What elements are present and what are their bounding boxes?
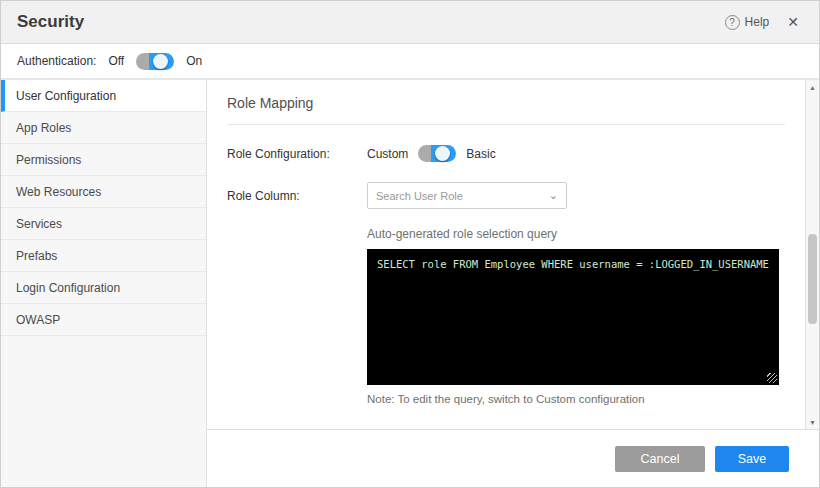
sidebar-item-permissions[interactable]: Permissions bbox=[1, 144, 206, 176]
authentication-label: Authentication: bbox=[17, 54, 96, 68]
chevron-down-icon: ⌄ bbox=[549, 189, 558, 202]
query-block: Auto-generated role selection query SELE… bbox=[367, 227, 779, 405]
content-area: Role Mapping Role Configuration: Custom … bbox=[207, 80, 819, 487]
authentication-toggle[interactable] bbox=[136, 53, 174, 70]
role-column-placeholder: Search User Role bbox=[376, 190, 549, 202]
sidebar-item-user-configuration[interactable]: User Configuration bbox=[1, 80, 206, 112]
role-config-custom-label: Custom bbox=[367, 147, 408, 161]
authentication-off-label: Off bbox=[108, 54, 124, 68]
security-dialog: Security ? Help ✕ Authentication: Off On… bbox=[0, 0, 820, 488]
help-label: Help bbox=[745, 15, 770, 29]
scroll-up-icon[interactable]: ▲ bbox=[806, 80, 819, 94]
role-column-row: Role Column: Search User Role ⌄ bbox=[227, 182, 785, 209]
section-title: Role Mapping bbox=[227, 80, 785, 125]
cancel-button[interactable]: Cancel bbox=[615, 446, 705, 472]
role-mapping-panel: Role Mapping Role Configuration: Custom … bbox=[207, 80, 819, 430]
scrollbar-thumb[interactable] bbox=[808, 234, 817, 325]
sidebar-item-login-configuration[interactable]: Login Configuration bbox=[1, 272, 206, 304]
sidebar-item-prefabs[interactable]: Prefabs bbox=[1, 240, 206, 272]
resize-handle-icon[interactable] bbox=[767, 373, 777, 383]
sidebar-item-web-resources[interactable]: Web Resources bbox=[1, 176, 206, 208]
role-config-basic-label: Basic bbox=[466, 147, 495, 161]
footer-actions: Cancel Save bbox=[207, 430, 819, 487]
role-column-select[interactable]: Search User Role ⌄ bbox=[367, 182, 567, 209]
dialog-body: User Configuration App Roles Permissions… bbox=[1, 80, 819, 487]
help-icon: ? bbox=[725, 15, 740, 30]
header-actions: ? Help ✕ bbox=[725, 12, 803, 32]
sidebar-item-services[interactable]: Services bbox=[1, 208, 206, 240]
close-icon[interactable]: ✕ bbox=[783, 12, 803, 32]
role-configuration-label: Role Configuration: bbox=[227, 147, 367, 161]
query-editor[interactable]: SELECT role FROM Employee WHERE username… bbox=[367, 249, 779, 385]
role-configuration-toggle[interactable] bbox=[418, 145, 456, 162]
save-button[interactable]: Save bbox=[715, 446, 789, 472]
help-button[interactable]: ? Help bbox=[725, 15, 770, 30]
query-label: Auto-generated role selection query bbox=[367, 227, 779, 241]
vertical-scrollbar[interactable]: ▲ ▼ bbox=[805, 80, 819, 429]
authentication-row: Authentication: Off On bbox=[1, 44, 819, 80]
role-configuration-row: Role Configuration: Custom Basic bbox=[227, 145, 785, 162]
query-note: Note: To edit the query, switch to Custo… bbox=[367, 393, 779, 405]
sidebar-item-owasp[interactable]: OWASP bbox=[1, 304, 206, 336]
dialog-header: Security ? Help ✕ bbox=[1, 1, 819, 44]
page-title: Security bbox=[17, 12, 84, 32]
sidebar: User Configuration App Roles Permissions… bbox=[1, 80, 207, 487]
role-column-control: Search User Role ⌄ bbox=[367, 182, 567, 209]
authentication-on-label: On bbox=[186, 54, 202, 68]
role-configuration-control: Custom Basic bbox=[367, 145, 496, 162]
role-column-label: Role Column: bbox=[227, 189, 367, 203]
sidebar-item-app-roles[interactable]: App Roles bbox=[1, 112, 206, 144]
scroll-down-icon[interactable]: ▼ bbox=[806, 415, 819, 429]
